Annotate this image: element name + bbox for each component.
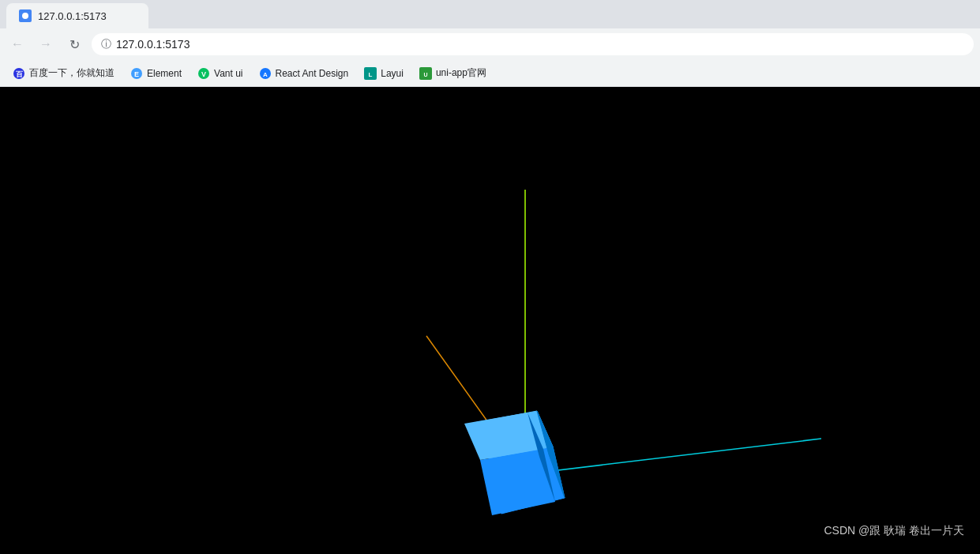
address-bar[interactable]: ⓘ 127.0.0.1:5173 bbox=[92, 33, 974, 55]
svg-text:A: A bbox=[263, 71, 268, 78]
svg-text:E: E bbox=[134, 70, 139, 78]
tab-favicon bbox=[19, 9, 32, 22]
layui-icon: L bbox=[364, 67, 377, 80]
bookmark-baidu-label: 百度一下，你就知道 bbox=[29, 66, 115, 80]
bookmark-antd[interactable]: A React Ant Design bbox=[253, 64, 355, 83]
element-icon: E bbox=[130, 67, 143, 80]
address-bar-row: ← → ↻ ⓘ 127.0.0.1:5173 bbox=[0, 28, 980, 60]
bookmark-uniapp-label: uni-app官网 bbox=[436, 66, 486, 80]
bookmark-layui[interactable]: L Layui bbox=[358, 64, 410, 83]
3d-scene-svg bbox=[0, 87, 980, 554]
svg-text:V: V bbox=[201, 70, 206, 78]
bookmark-uniapp[interactable]: U uni-app官网 bbox=[413, 63, 493, 83]
svg-text:百: 百 bbox=[16, 70, 24, 78]
address-text: 127.0.0.1:5173 bbox=[116, 38, 190, 51]
browser-chrome: 127.0.0.1:5173 ← → ↻ ⓘ 127.0.0.1:5173 百 … bbox=[0, 0, 980, 87]
lock-icon: ⓘ bbox=[101, 37, 111, 51]
vant-icon: V bbox=[197, 67, 210, 80]
bookmark-layui-label: Layui bbox=[381, 68, 404, 79]
svg-text:L: L bbox=[369, 71, 373, 78]
bookmark-vant[interactable]: V Vant ui bbox=[191, 64, 249, 83]
forward-button[interactable]: → bbox=[35, 33, 57, 55]
tab-bar: 127.0.0.1:5173 bbox=[0, 0, 980, 28]
back-button[interactable]: ← bbox=[6, 33, 28, 55]
bookmark-element-label: Element bbox=[147, 68, 182, 79]
svg-text:U: U bbox=[423, 72, 427, 77]
bookmark-vant-label: Vant ui bbox=[214, 68, 242, 79]
refresh-button[interactable]: ↻ bbox=[63, 33, 85, 55]
antd-icon: A bbox=[259, 67, 272, 80]
active-tab[interactable]: 127.0.0.1:5173 bbox=[6, 3, 148, 28]
bookmarks-bar: 百 百度一下，你就知道 E Element V Vant bbox=[0, 60, 980, 87]
bookmark-baidu[interactable]: 百 百度一下，你就知道 bbox=[6, 63, 121, 83]
baidu-icon: 百 bbox=[13, 67, 25, 80]
bookmark-element[interactable]: E Element bbox=[124, 64, 188, 83]
main-content: CSDN @跟 耿瑞 卷出一片天 bbox=[0, 87, 980, 554]
uniapp-icon: U bbox=[419, 67, 432, 80]
svg-point-0 bbox=[22, 13, 28, 19]
watermark: CSDN @跟 耿瑞 卷出一片天 bbox=[824, 524, 964, 538]
bookmark-antd-label: React Ant Design bbox=[276, 68, 349, 79]
tab-title: 127.0.0.1:5173 bbox=[38, 10, 107, 22]
watermark-text: CSDN @跟 耿瑞 卷出一片天 bbox=[824, 524, 964, 537]
